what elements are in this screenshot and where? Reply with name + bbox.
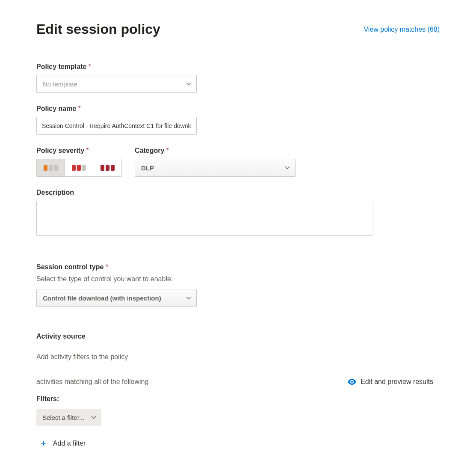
category-label: Category [135, 147, 296, 155]
view-policy-matches-link[interactable]: View policy matches (68) [364, 26, 440, 33]
add-filter-label: Add a filter [53, 440, 86, 447]
severity-low-button[interactable] [37, 159, 65, 176]
chevron-down-icon [186, 81, 191, 86]
page-title: Edit session policy [36, 21, 160, 37]
filter-select-dropdown[interactable]: Select a filter... [36, 409, 101, 426]
category-dropdown[interactable]: DLP [135, 159, 296, 177]
category-value: DLP [141, 164, 154, 172]
severity-bar-icon [72, 165, 76, 171]
policy-template-dropdown[interactable]: No template [36, 75, 197, 93]
eye-icon [348, 379, 356, 385]
add-filter-button[interactable]: + Add a filter [36, 439, 440, 448]
severity-bar-icon [44, 165, 47, 171]
filters-label: Filters: [36, 395, 440, 403]
severity-selector [36, 159, 122, 177]
chevron-down-icon [91, 415, 96, 420]
filter-select-placeholder: Select a filter... [42, 414, 84, 421]
plus-icon: + [41, 439, 46, 448]
session-control-type-label: Session control type [36, 263, 440, 271]
policy-name-input[interactable] [36, 117, 197, 135]
severity-medium-button[interactable] [65, 159, 93, 176]
severity-bar-icon [77, 165, 81, 171]
policy-template-label: Policy template [36, 63, 440, 71]
edit-preview-results-label: Edit and preview results [361, 378, 433, 386]
chevron-down-icon [186, 295, 191, 300]
severity-high-button[interactable] [93, 159, 121, 176]
severity-bar-icon [49, 165, 53, 171]
activities-matching-text: activities matching all of the following [36, 378, 148, 386]
session-control-dropdown[interactable]: Control file download (with inspection) [36, 289, 197, 307]
severity-bar-icon [54, 165, 58, 171]
edit-preview-results-link[interactable]: Edit and preview results [348, 378, 433, 386]
description-label: Description [36, 189, 440, 196]
activity-source-helper: Add activity filters to the policy [36, 353, 440, 361]
severity-bar-icon [106, 165, 109, 171]
policy-name-label: Policy name [36, 105, 440, 113]
chevron-down-icon [285, 165, 290, 170]
policy-template-placeholder: No template [43, 80, 77, 88]
activity-source-heading: Activity source [36, 333, 440, 340]
severity-bar-icon [101, 165, 104, 171]
session-control-helper: Select the type of control you want to e… [36, 275, 440, 283]
policy-severity-label: Policy severity [36, 147, 122, 155]
severity-bar-icon [111, 165, 115, 171]
session-control-value: Control file download (with inspection) [43, 294, 161, 302]
description-textarea[interactable] [36, 201, 373, 236]
severity-bar-icon [82, 165, 86, 171]
